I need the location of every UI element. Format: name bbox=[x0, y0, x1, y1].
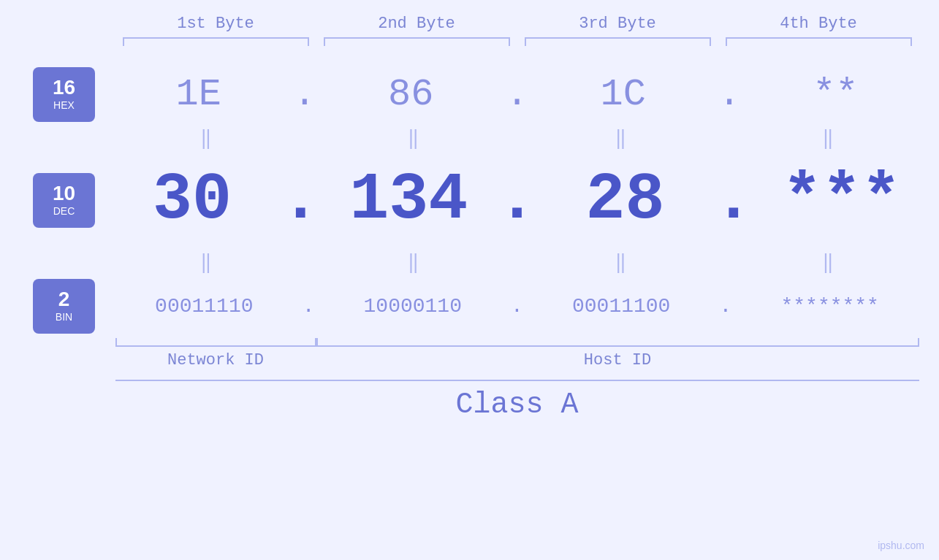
dec-base-number: 10 bbox=[53, 183, 75, 204]
class-section: Class A bbox=[115, 380, 919, 421]
bin-val-4-wrap: ******** bbox=[735, 295, 924, 318]
bin-base-text: BIN bbox=[56, 311, 72, 323]
byte-label-4: 4th Byte bbox=[718, 15, 919, 37]
byte-label-2: 2nd Byte bbox=[316, 15, 517, 37]
network-bracket bbox=[115, 338, 316, 347]
hex-val-1: 1E bbox=[155, 73, 243, 116]
bin-val-3-wrap: 00011100 bbox=[527, 295, 716, 318]
bin-base-label: 2 BIN bbox=[33, 279, 95, 334]
bin-base-number: 2 bbox=[58, 289, 70, 310]
dec-base-box-wrapper: 10 DEC bbox=[0, 173, 95, 228]
id-labels-row: Network ID Host ID bbox=[115, 351, 919, 369]
class-bracket-line bbox=[115, 380, 919, 381]
hex-val-1-wrap: 1E bbox=[110, 73, 287, 116]
bin-val-2: 10000110 bbox=[349, 295, 476, 318]
bin-dot-1: . bbox=[299, 295, 319, 318]
bin-val-1-wrap: 00011110 bbox=[110, 295, 299, 318]
dec-val-3: 28 bbox=[567, 163, 684, 237]
bin-val-4: ******** bbox=[780, 295, 878, 318]
hex-val-2: 86 bbox=[367, 73, 455, 116]
eq1-3-wrap: ‖ bbox=[532, 126, 710, 150]
host-id-label: Host ID bbox=[316, 351, 919, 369]
dec-values-area: 30 . 134 . 28 . *** bbox=[95, 163, 939, 237]
hex-val-2-wrap: 86 bbox=[322, 73, 500, 116]
dec-val-1-wrap: 30 bbox=[110, 163, 275, 237]
bin-base-box-wrapper: 2 BIN bbox=[0, 279, 95, 334]
eq2-1-wrap: ‖ bbox=[117, 250, 295, 274]
hex-values-area: 1E . 86 . 1C . ** bbox=[95, 73, 939, 116]
hex-dot-2: . bbox=[500, 73, 534, 116]
byte-label-3: 3rd Byte bbox=[517, 15, 718, 37]
eq1-1-wrap: ‖ bbox=[117, 126, 295, 150]
byte-labels-row: 1st Byte 2nd Byte 3rd Byte 4th Byte bbox=[115, 15, 919, 37]
dec-base-label: 10 DEC bbox=[33, 173, 95, 228]
eq-cells-2: ‖ ‖ ‖ ‖ bbox=[95, 250, 939, 274]
bin-row: 2 BIN 00011110 . 10000110 . 00011100 . *… bbox=[0, 277, 939, 335]
eq-2-2: ‖ bbox=[370, 250, 457, 274]
eq-1-1: ‖ bbox=[162, 126, 250, 150]
dec-val-4: *** bbox=[783, 163, 901, 237]
dec-val-2: 134 bbox=[349, 163, 468, 237]
bracket-3 bbox=[525, 37, 711, 46]
hex-val-3: 1C bbox=[579, 73, 667, 116]
eq-1-4: ‖ bbox=[784, 126, 872, 150]
eq2-3-wrap: ‖ bbox=[532, 250, 710, 274]
class-label: Class A bbox=[115, 388, 919, 421]
eq-2-1: ‖ bbox=[162, 250, 250, 274]
top-brackets bbox=[115, 37, 919, 50]
equals-row-1: ‖ ‖ ‖ ‖ bbox=[0, 123, 939, 153]
dec-val-4-wrap: *** bbox=[759, 163, 924, 237]
host-bracket bbox=[316, 338, 919, 347]
byte-label-1: 1st Byte bbox=[115, 15, 316, 37]
watermark: ipshu.com bbox=[878, 540, 924, 551]
hex-val-4-wrap: ** bbox=[747, 73, 924, 116]
hex-row: 16 HEX 1E . 86 . 1C . ** bbox=[0, 65, 939, 123]
eq2-4-wrap: ‖ bbox=[739, 250, 917, 274]
dec-dot-1: . bbox=[275, 163, 326, 237]
hex-val-3-wrap: 1C bbox=[534, 73, 712, 116]
dec-val-3-wrap: 28 bbox=[543, 163, 708, 237]
hex-base-box-wrapper: 16 HEX bbox=[0, 67, 95, 122]
eq-1-3: ‖ bbox=[577, 126, 664, 150]
eq2-2-wrap: ‖ bbox=[324, 250, 503, 274]
eq-2-3: ‖ bbox=[577, 250, 664, 274]
hex-dot-3: . bbox=[712, 73, 746, 116]
bracket-2 bbox=[324, 37, 510, 46]
bottom-brackets-row bbox=[115, 338, 919, 347]
hex-base-label: 16 HEX bbox=[33, 67, 95, 122]
hex-base-number: 16 bbox=[53, 77, 75, 98]
dec-dot-2: . bbox=[491, 163, 542, 237]
dec-dot-3: . bbox=[708, 163, 759, 237]
bracket-1 bbox=[123, 37, 309, 46]
dec-row: 10 DEC 30 . 134 . 28 . *** bbox=[0, 153, 939, 248]
dec-base-text: DEC bbox=[53, 205, 75, 217]
eq-2-4: ‖ bbox=[784, 250, 872, 274]
network-id-label: Network ID bbox=[115, 351, 316, 369]
equals-row-2: ‖ ‖ ‖ ‖ bbox=[0, 248, 939, 277]
bin-dot-2: . bbox=[507, 295, 527, 318]
bin-values-area: 00011110 . 10000110 . 00011100 . *******… bbox=[95, 295, 939, 318]
bracket-4 bbox=[726, 37, 912, 46]
dec-val-2-wrap: 134 bbox=[326, 163, 491, 237]
main-container: 1st Byte 2nd Byte 3rd Byte 4th Byte 16 H… bbox=[0, 0, 939, 560]
hex-base-text: HEX bbox=[53, 99, 75, 111]
bin-val-1: 00011110 bbox=[140, 295, 268, 318]
bin-val-2-wrap: 10000110 bbox=[318, 295, 507, 318]
bin-val-3: 00011100 bbox=[558, 295, 685, 318]
dec-val-1: 30 bbox=[134, 163, 251, 237]
hex-dot-1: . bbox=[287, 73, 322, 116]
bin-dot-3: . bbox=[716, 295, 736, 318]
eq1-2-wrap: ‖ bbox=[324, 126, 503, 150]
eq-1-2: ‖ bbox=[370, 126, 457, 150]
eq1-4-wrap: ‖ bbox=[739, 126, 917, 150]
eq-cells-1: ‖ ‖ ‖ ‖ bbox=[95, 126, 939, 150]
hex-val-4: ** bbox=[813, 73, 858, 116]
